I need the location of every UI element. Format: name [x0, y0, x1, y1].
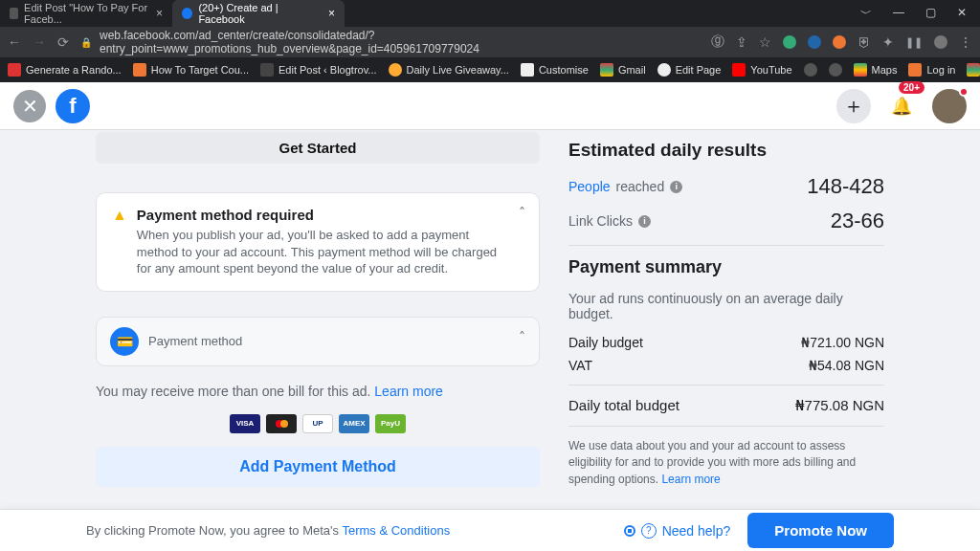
radio-icon	[624, 525, 635, 537]
promote-now-button[interactable]: Promote Now	[747, 513, 894, 548]
minimize-icon[interactable]: —	[893, 6, 904, 22]
toolbar-right: ⓖ ⇪ ☆ ⛨ ✦ ❚❚ ⋮	[711, 33, 972, 51]
link-clicks-label: Link Clicks i	[568, 213, 651, 229]
visa-icon: VISA	[230, 414, 260, 433]
shield-icon[interactable]: ⛨	[858, 34, 871, 50]
payment-summary-title: Payment summary	[568, 257, 884, 277]
minimize-icon[interactable]: ﹀	[860, 6, 872, 22]
payment-card-icons: VISA UP AMEX PayU	[96, 414, 540, 433]
bookmark[interactable]: Generate a Rando...	[8, 63, 122, 77]
right-column: Estimated daily results People reached i…	[568, 130, 884, 509]
card-icon: 💳	[110, 327, 139, 356]
total-budget-value: ₦775.08 NGN	[795, 397, 884, 414]
data-usage-note: We use data about you and your ad accoun…	[568, 438, 884, 488]
star-icon[interactable]: ☆	[759, 34, 771, 50]
amex-icon: AMEX	[339, 414, 369, 433]
people-reached-value: 148-428	[807, 174, 884, 199]
total-budget-label: Daily total budget	[568, 397, 679, 414]
payment-method-section[interactable]: ˄ 💳 Payment method	[96, 317, 540, 366]
terms-link[interactable]: Terms & Conditions	[342, 523, 450, 538]
browser-titlebar: Edit Post "How To Pay For Faceb... × (20…	[0, 0, 980, 27]
chevron-up-icon[interactable]: ˄	[519, 329, 525, 344]
bookmark[interactable]	[829, 63, 842, 77]
info-icon[interactable]: i	[638, 215, 651, 228]
bookmark[interactable]: Customise	[521, 63, 589, 77]
vat-label: VAT	[568, 358, 592, 373]
gtranslate-icon[interactable]: ⓖ	[711, 33, 724, 51]
bookmark[interactable]: YouTube	[732, 63, 791, 77]
mastercard-icon	[266, 414, 297, 433]
bookmark[interactable]: Gmail	[600, 63, 646, 77]
unionpay-icon: UP	[302, 414, 333, 433]
forward-icon[interactable]: →	[33, 34, 46, 50]
notifications-button[interactable]: 🔔 20+	[884, 89, 919, 123]
avatar[interactable]	[932, 89, 967, 123]
add-payment-method-button[interactable]: Add Payment Method	[96, 447, 540, 487]
close-button[interactable]: ✕	[13, 90, 46, 122]
get-started-button[interactable]: Get Started	[96, 132, 540, 164]
vat-value: ₦54.08 NGN	[809, 358, 884, 373]
bookmark[interactable]: Log in	[908, 63, 955, 77]
daily-budget-label: Daily budget	[568, 335, 643, 350]
warning-icon: ▲	[112, 207, 127, 277]
bookmark[interactable]: Edit Post ‹ Blogtrov...	[260, 63, 377, 77]
people-reached-label: People reached i	[568, 179, 682, 194]
info-icon[interactable]: i	[670, 181, 682, 193]
menu-icon[interactable]: ⋮	[959, 34, 972, 50]
pause-icon[interactable]: ❚❚	[905, 36, 923, 49]
reload-icon[interactable]: ⟳	[57, 34, 69, 50]
bookmark[interactable]: Maps	[854, 63, 898, 77]
close-icon[interactable]: ✕	[957, 6, 967, 22]
ext-icon[interactable]	[783, 35, 796, 49]
facebook-logo[interactable]: f	[56, 89, 90, 123]
payment-warning-card: ˄ ▲ Payment method required When you pub…	[96, 192, 540, 292]
question-icon: ?	[641, 523, 657, 539]
tab-label: Edit Post "How To Pay For Faceb...	[24, 2, 148, 25]
window-controls: ﹀ — ▢ ✕	[860, 6, 980, 22]
close-icon[interactable]: ×	[328, 7, 335, 20]
close-icon[interactable]: ×	[156, 7, 163, 20]
share-icon[interactable]: ⇪	[736, 34, 747, 50]
payu-icon: PayU	[375, 414, 406, 433]
billing-note: You may receive more than one bill for t…	[96, 384, 540, 399]
profile-icon[interactable]	[934, 35, 947, 49]
bookmarks-bar: Generate a Rando... How To Target Cou...…	[0, 57, 980, 82]
chevron-up-icon[interactable]: ˄	[519, 205, 525, 220]
back-icon[interactable]: ←	[8, 34, 21, 50]
payment-summary-subtitle: Your ad runs continuously on an average …	[568, 291, 884, 321]
create-button[interactable]: ＋	[836, 89, 871, 123]
footer-text: By clicking Promote Now, you agree to Me…	[86, 523, 450, 538]
payment-method-label: Payment method	[148, 334, 242, 348]
daily-budget-value: ₦721.00 NGN	[801, 335, 884, 350]
address-bar: ← → ⟳ 🔒 web.facebook.com/ad_center/creat…	[0, 27, 980, 57]
bookmark[interactable]: How To Target Cou...	[133, 63, 249, 77]
puzzle-icon[interactable]: ✦	[882, 34, 894, 50]
need-help-link[interactable]: ? Need help?	[624, 523, 731, 539]
bookmark[interactable]: Gmail	[967, 63, 980, 77]
tab-label: (20+) Create ad | Facebook	[198, 2, 321, 25]
ext-icon[interactable]	[808, 35, 821, 49]
page-body: Get Started ˄ ▲ Payment method required …	[0, 130, 980, 509]
fb-header: ✕ f ＋ 🔔 20+	[0, 82, 980, 130]
browser-tab-active[interactable]: (20+) Create ad | Facebook ×	[172, 0, 345, 27]
bell-icon: 🔔	[891, 96, 912, 117]
bookmark[interactable]: Edit Page	[657, 63, 722, 77]
footer: By clicking Promote Now, you agree to Me…	[0, 509, 980, 551]
learn-more-link[interactable]: Learn more	[374, 384, 443, 399]
url-field[interactable]: 🔒 web.facebook.com/ad_center/create/cons…	[80, 29, 700, 55]
bookmark[interactable]: Daily Live Giveaway...	[389, 63, 509, 77]
ext-icon[interactable]	[833, 35, 846, 49]
estimated-results-title: Estimated daily results	[568, 140, 884, 161]
warning-description: When you publish your ad, you'll be aske…	[137, 227, 501, 277]
bookmark[interactable]	[804, 63, 817, 77]
lock-icon: 🔒	[80, 37, 92, 48]
left-column: Get Started ˄ ▲ Payment method required …	[96, 130, 540, 509]
maximize-icon[interactable]: ▢	[925, 6, 936, 22]
browser-tab[interactable]: Edit Post "How To Pay For Faceb... ×	[0, 0, 172, 27]
url-text: web.facebook.com/ad_center/create/consol…	[100, 29, 700, 55]
learn-more-link[interactable]: Learn more	[661, 473, 720, 486]
warning-title: Payment method required	[137, 207, 501, 223]
notification-badge: 20+	[899, 81, 924, 94]
link-clicks-value: 23-66	[831, 209, 884, 233]
